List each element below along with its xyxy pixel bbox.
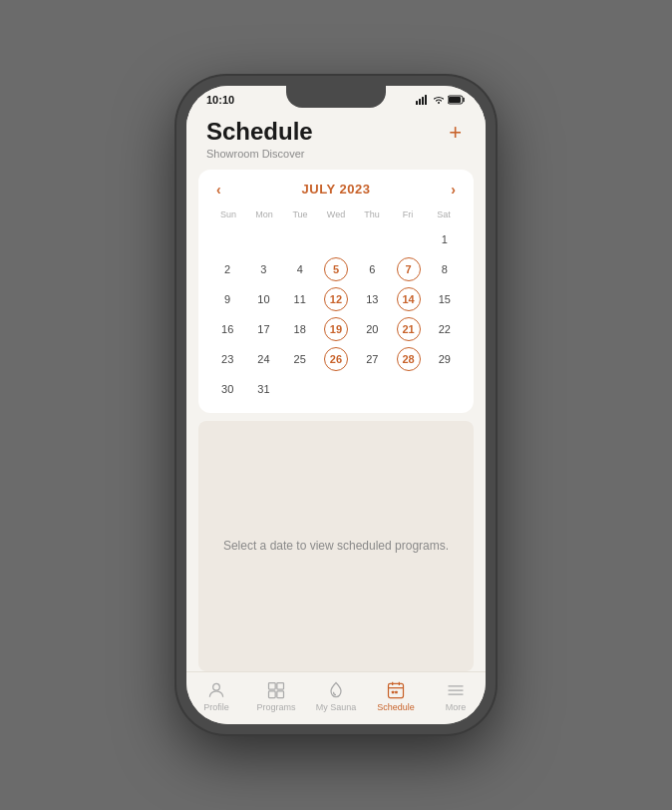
calendar-cell bbox=[319, 375, 353, 403]
nav-item-my-sauna[interactable]: My Sauna bbox=[314, 680, 358, 712]
calendar-nav: ‹ JULY 2023 › bbox=[210, 180, 462, 200]
day-header-wed: Wed bbox=[318, 207, 354, 221]
programs-icon bbox=[266, 680, 286, 700]
my-sauna-icon bbox=[326, 680, 346, 700]
profile-icon bbox=[206, 680, 226, 700]
calendar-cell bbox=[319, 225, 353, 253]
status-icons bbox=[416, 95, 466, 105]
calendar-cell[interactable]: 23 bbox=[210, 345, 244, 373]
nav-item-more[interactable]: More bbox=[434, 680, 478, 712]
schedule-icon bbox=[386, 680, 406, 700]
calendar-cell[interactable]: 17 bbox=[246, 315, 280, 343]
calendar-cell[interactable]: 30 bbox=[210, 375, 244, 403]
page-subtitle: Showroom Discover bbox=[206, 148, 313, 160]
calendar-cell bbox=[246, 225, 280, 253]
phone-frame: 10:10 bbox=[176, 76, 496, 734]
calendar-cell[interactable]: 29 bbox=[428, 345, 462, 373]
calendar-cell[interactable]: 1 bbox=[428, 225, 462, 253]
calendar-cell bbox=[391, 225, 425, 253]
svg-point-6 bbox=[213, 683, 220, 690]
calendar-days-header: SunMonTueWedThuFriSat bbox=[210, 207, 462, 221]
phone-screen: 10:10 bbox=[186, 86, 486, 724]
calendar-cell bbox=[283, 375, 317, 403]
svg-rect-9 bbox=[269, 691, 276, 698]
calendar-cell[interactable]: 20 bbox=[355, 315, 389, 343]
calendar-cell[interactable]: 12 bbox=[319, 285, 353, 313]
app-header: Schedule Showroom Discover + bbox=[186, 110, 486, 170]
calendar-cell[interactable]: 9 bbox=[210, 285, 244, 313]
calendar-cell[interactable]: 2 bbox=[210, 255, 244, 283]
calendar-cell[interactable]: 4 bbox=[283, 255, 317, 283]
calendar-cell bbox=[283, 225, 317, 253]
calendar-cell[interactable]: 15 bbox=[428, 285, 462, 313]
calendar-cell bbox=[210, 225, 244, 253]
nav-label-my-sauna: My Sauna bbox=[316, 702, 357, 712]
svg-rect-8 bbox=[277, 683, 284, 690]
calendar-cell[interactable]: 5 bbox=[319, 255, 353, 283]
svg-rect-13 bbox=[395, 691, 398, 694]
calendar-cell[interactable]: 24 bbox=[246, 345, 280, 373]
battery-icon bbox=[448, 95, 466, 105]
nav-label-more: More bbox=[446, 702, 467, 712]
nav-item-programs[interactable]: Programs bbox=[254, 680, 298, 712]
svg-rect-0 bbox=[416, 101, 418, 105]
calendar-cell bbox=[355, 375, 389, 403]
wifi-icon bbox=[433, 95, 445, 105]
calendar-cell[interactable]: 6 bbox=[355, 255, 389, 283]
svg-rect-11 bbox=[389, 683, 404, 697]
day-header-thu: Thu bbox=[354, 207, 390, 221]
calendar-cell[interactable]: 18 bbox=[283, 315, 317, 343]
day-header-mon: Mon bbox=[246, 207, 282, 221]
calendar-cell[interactable]: 22 bbox=[428, 315, 462, 343]
day-header-sun: Sun bbox=[210, 207, 246, 221]
nav-label-programs: Programs bbox=[256, 702, 295, 712]
bottom-nav: Profile Programs My Sauna bbox=[186, 671, 486, 724]
calendar-cell[interactable]: 26 bbox=[319, 345, 353, 373]
day-header-fri: Fri bbox=[390, 207, 426, 221]
next-month-button[interactable]: › bbox=[445, 180, 462, 200]
placeholder-text: Select a date to view scheduled programs… bbox=[207, 523, 465, 569]
signal-icon bbox=[416, 95, 430, 105]
calendar-cell[interactable]: 7 bbox=[391, 255, 425, 283]
day-header-sat: Sat bbox=[426, 207, 462, 221]
svg-rect-3 bbox=[425, 95, 427, 105]
calendar-cell[interactable]: 16 bbox=[210, 315, 244, 343]
calendar-cell[interactable]: 31 bbox=[246, 375, 280, 403]
nav-label-schedule: Schedule bbox=[377, 702, 415, 712]
notch bbox=[286, 86, 386, 108]
more-icon bbox=[446, 680, 466, 700]
calendar-cell[interactable]: 14 bbox=[391, 285, 425, 313]
svg-rect-10 bbox=[277, 691, 284, 698]
day-header-tue: Tue bbox=[282, 207, 318, 221]
calendar-cell[interactable]: 8 bbox=[428, 255, 462, 283]
calendar: ‹ JULY 2023 › SunMonTueWedThuFriSat 1234… bbox=[198, 170, 474, 413]
app-content: Schedule Showroom Discover + ‹ JULY 2023… bbox=[186, 110, 486, 671]
calendar-cell[interactable]: 21 bbox=[391, 315, 425, 343]
nav-item-schedule[interactable]: Schedule bbox=[374, 680, 418, 712]
calendar-cell[interactable]: 13 bbox=[355, 285, 389, 313]
month-label: JULY 2023 bbox=[302, 182, 371, 197]
svg-rect-5 bbox=[449, 97, 461, 103]
calendar-cell[interactable]: 25 bbox=[283, 345, 317, 373]
nav-label-profile: Profile bbox=[203, 702, 229, 712]
calendar-cell[interactable]: 19 bbox=[319, 315, 353, 343]
calendar-grid: 1234567891011121314151617181920212223242… bbox=[210, 225, 462, 403]
header-title-block: Schedule Showroom Discover bbox=[206, 118, 313, 160]
nav-item-profile[interactable]: Profile bbox=[194, 680, 238, 712]
calendar-cell[interactable]: 3 bbox=[246, 255, 280, 283]
calendar-cell bbox=[391, 375, 425, 403]
page-title: Schedule bbox=[206, 118, 313, 147]
calendar-cell[interactable]: 28 bbox=[391, 345, 425, 373]
calendar-cell bbox=[355, 225, 389, 253]
svg-rect-2 bbox=[422, 97, 424, 105]
svg-rect-1 bbox=[419, 99, 421, 105]
status-time: 10:10 bbox=[206, 94, 234, 106]
calendar-cell[interactable]: 10 bbox=[246, 285, 280, 313]
calendar-cell[interactable]: 11 bbox=[283, 285, 317, 313]
calendar-cell bbox=[428, 375, 462, 403]
svg-rect-12 bbox=[392, 691, 395, 694]
svg-rect-7 bbox=[269, 683, 276, 690]
add-schedule-button[interactable]: + bbox=[445, 118, 466, 148]
prev-month-button[interactable]: ‹ bbox=[210, 180, 227, 200]
calendar-cell[interactable]: 27 bbox=[355, 345, 389, 373]
